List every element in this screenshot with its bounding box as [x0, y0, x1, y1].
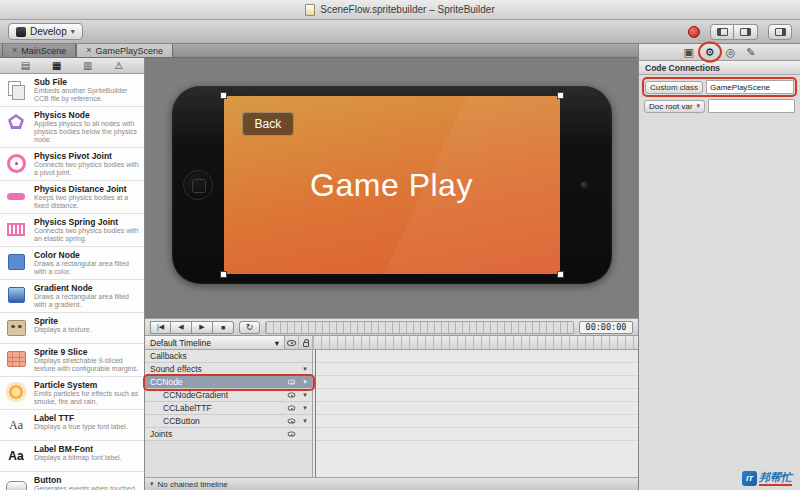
document-tab[interactable]: × MainScene: [2, 44, 76, 57]
timeline-scrubber[interactable]: [265, 321, 574, 334]
code-connections-tab-icon[interactable]: ⚙: [704, 47, 716, 58]
timeline-row[interactable]: CCNodeGradient ▾: [145, 389, 638, 402]
timeline-row[interactable]: Sound effects ▾: [145, 363, 638, 376]
timeline-selector-dropdown[interactable]: Default Timeline ▾: [145, 336, 285, 349]
keyframe-track[interactable]: [313, 428, 638, 441]
error-badge[interactable]: [688, 26, 700, 38]
selection-handle[interactable]: [220, 271, 227, 278]
palette-item[interactable]: Sub File Embeds another SpriteBuilder CC…: [0, 74, 144, 107]
item-properties-tab-icon[interactable]: ▣: [682, 47, 694, 58]
selection-handle[interactable]: [220, 92, 227, 99]
keyframe-track[interactable]: [313, 376, 638, 389]
timeline-ruler[interactable]: [313, 336, 638, 349]
physics-node-icon: [3, 110, 29, 134]
chevron-down-icon: ▾: [697, 102, 701, 110]
keyframe-track[interactable]: [313, 389, 638, 402]
doc-root-var-row: Doc root var ▾: [644, 99, 795, 113]
scene-preview[interactable]: Back Game Play: [224, 96, 560, 274]
watermark: IT 邦帮忙: [742, 471, 792, 486]
develop-popup-button[interactable]: Develop ▾: [8, 23, 83, 40]
keyframe-track[interactable]: [313, 415, 638, 428]
palette-item[interactable]: Physics Distance Joint Keeps two physics…: [0, 181, 144, 214]
inspector-toggle-button[interactable]: [768, 24, 792, 40]
visibility-toggle[interactable]: [284, 392, 298, 398]
warnings-tab-icon[interactable]: ⚠: [114, 61, 123, 71]
timeline-row[interactable]: CCLabelTTF ▾: [145, 402, 638, 415]
row-disclosure[interactable]: ▾: [298, 430, 312, 438]
row-disclosure[interactable]: ▾: [298, 404, 312, 412]
tab-label: GamePlayScene: [96, 46, 164, 56]
node-library-tab-icon[interactable]: ▦: [52, 61, 61, 71]
visibility-toggle[interactable]: [284, 379, 298, 385]
title-bar[interactable]: SceneFlow.spritebuilder – SpriteBuilder: [0, 0, 800, 20]
play-button[interactable]: ▶: [192, 321, 213, 334]
item-templates-tab-icon[interactable]: ✎: [745, 47, 756, 58]
loop-button[interactable]: ↻: [239, 321, 260, 334]
palette-item[interactable]: Aa Label BM-Font Displays a bitmap font …: [0, 441, 144, 472]
selection-handle[interactable]: [557, 92, 564, 99]
stop-button[interactable]: ■: [213, 321, 234, 334]
palette-item[interactable]: Aa Label TTF Displays a true type font l…: [0, 410, 144, 441]
skip-to-start-button[interactable]: |◀: [150, 321, 171, 334]
visibility-toggle[interactable]: [284, 353, 298, 359]
row-disclosure[interactable]: ▾: [298, 378, 312, 386]
timeline-row-label: Callbacks: [145, 350, 284, 363]
inspector-tab-bar: ▣ ⚙ ◎ ✎: [639, 44, 800, 61]
palette-item[interactable]: Color Node Draws a rectangular area fill…: [0, 247, 144, 280]
back-button[interactable]: Back: [242, 112, 295, 136]
media-library-tab-icon[interactable]: ▥: [83, 61, 92, 71]
file-view-tab-icon[interactable]: ▤: [21, 61, 30, 71]
palette-item[interactable]: Gradient Node Draws a rectangular area f…: [0, 280, 144, 313]
center-column: Back Game Play: [145, 58, 638, 490]
keyframe-track[interactable]: [313, 350, 638, 363]
row-disclosure[interactable]: ▾: [298, 352, 312, 360]
physics-spring-joint-icon: [3, 217, 29, 241]
code-connections-section-header[interactable]: Code Connections: [639, 61, 800, 75]
row-disclosure[interactable]: ▾: [298, 391, 312, 399]
timeline-row-label: CCButton: [145, 415, 284, 428]
visibility-toggle[interactable]: [284, 366, 298, 372]
eye-icon: [287, 379, 295, 384]
keyframe-track[interactable]: [313, 363, 638, 376]
timeline-row-label: Joints: [145, 428, 284, 441]
palette-item[interactable]: Physics Pivot Joint Connects two physics…: [0, 148, 144, 181]
stage-canvas[interactable]: Back Game Play: [145, 58, 638, 318]
document-icon: [305, 4, 315, 16]
palette-item[interactable]: Button Generates events when touched, ca…: [0, 472, 144, 490]
row-disclosure[interactable]: ▾: [298, 417, 312, 425]
palette-item[interactable]: Physics Node Applies physics to all node…: [0, 107, 144, 148]
row-disclosure[interactable]: ▾: [298, 365, 312, 373]
custom-class-input[interactable]: [706, 80, 794, 94]
doc-root-var-dropdown[interactable]: Doc root var ▾: [644, 100, 705, 113]
label-bm-font-icon: Aa: [3, 444, 29, 468]
palette-item-description: Displays a texture.: [34, 326, 92, 334]
left-panel-toggle-button[interactable]: [710, 24, 734, 40]
palette-item[interactable]: Physics Spring Joint Connects two physic…: [0, 214, 144, 247]
visibility-toggle[interactable]: [284, 418, 298, 424]
selection-handle[interactable]: [557, 271, 564, 278]
keyframe-track[interactable]: [313, 402, 638, 415]
palette-item-name: Button: [34, 475, 140, 485]
document-tab[interactable]: × GamePlayScene: [76, 44, 173, 57]
doc-root-var-input[interactable]: [708, 99, 795, 113]
timeline-row[interactable]: Callbacks ▾: [145, 350, 638, 363]
section-title: Code Connections: [645, 63, 720, 73]
playhead-line[interactable]: [315, 350, 316, 477]
timeline-row[interactable]: CCNode ▾: [145, 376, 638, 389]
step-back-button[interactable]: ◀: [171, 321, 192, 334]
visibility-toggle[interactable]: [284, 405, 298, 411]
timeline-row[interactable]: CCButton ▾: [145, 415, 638, 428]
right-panel-toggle-button[interactable]: [734, 24, 758, 40]
visibility-toggle[interactable]: [284, 431, 298, 437]
physics-tab-icon[interactable]: ◎: [725, 47, 737, 58]
timeline-row[interactable]: Joints ▾: [145, 428, 638, 441]
close-icon[interactable]: ×: [12, 46, 17, 55]
close-icon[interactable]: ×: [86, 46, 91, 55]
palette-item[interactable]: Sprite Displays a texture.: [0, 313, 144, 344]
app-body: × MainScene × GamePlayScene ▤: [0, 44, 800, 490]
palette-item[interactable]: Particle System Emits particles for effe…: [0, 377, 144, 410]
chained-timeline-bar[interactable]: ▾ No chained timeline: [145, 477, 638, 490]
palette-item[interactable]: Sprite 9 Slice Displays stretchable 9-sl…: [0, 344, 144, 377]
window-title: SceneFlow.spritebuilder – SpriteBuilder: [320, 4, 495, 15]
palette-item-name: Gradient Node: [34, 283, 140, 293]
